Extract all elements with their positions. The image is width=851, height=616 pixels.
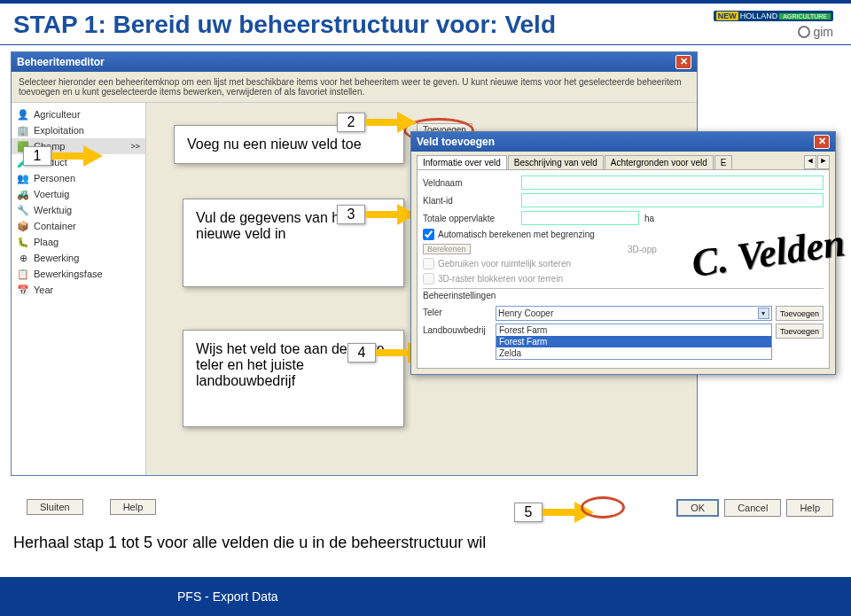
editor-desc: Selecteer hieronder een beheeritemknop o… bbox=[12, 72, 697, 103]
list-item[interactable]: Forest Farm bbox=[496, 324, 771, 336]
group-label: Beheerinstellingen bbox=[423, 288, 824, 300]
footer: PFS - Export Data bbox=[0, 577, 851, 616]
sidebar-item[interactable]: 👥Personen bbox=[12, 170, 145, 186]
block-label: 3D-raster blokkeren voor terrein bbox=[438, 274, 563, 284]
logos: NEW HOLLAND AGRICULTURE gim bbox=[714, 11, 833, 39]
sidebar-item[interactable]: 🐛Plaag bbox=[12, 234, 145, 250]
pest-icon: 🐛 bbox=[17, 236, 29, 248]
fieldname-label: Veldnaam bbox=[423, 178, 516, 188]
tab-next-icon[interactable]: ► bbox=[817, 155, 830, 169]
sidebar-item[interactable]: 👤Agriculteur bbox=[12, 106, 145, 122]
page-title: STAP 1: Bereid uw beheerstructuur voor: … bbox=[13, 11, 714, 39]
auto-checkbox[interactable] bbox=[423, 229, 434, 240]
sort-checkbox bbox=[423, 258, 434, 269]
highlight-circle bbox=[581, 496, 625, 519]
add-field-window: Veld toevoegen ✕ Informatie over veld Be… bbox=[410, 131, 836, 375]
farm-listbox[interactable]: Forest Farm Forest Farm Zelda bbox=[496, 324, 772, 360]
grower-add-button[interactable]: Toevoegen bbox=[776, 306, 824, 321]
sidebar-item[interactable]: 🚜Voertuig bbox=[12, 186, 145, 202]
calendar-icon: 📅 bbox=[17, 284, 29, 296]
sidebar-item[interactable]: 🔧Werktuig bbox=[12, 202, 145, 218]
calc-button: Berekenen bbox=[423, 244, 471, 254]
repeat-instruction: Herhaal stap 1 tot 5 voor alle velden di… bbox=[13, 534, 486, 552]
tab-e[interactable]: E bbox=[714, 155, 733, 169]
area-label: Totale oppervlakte bbox=[423, 214, 516, 223]
sidebar-item[interactable]: ⊕Bewerking bbox=[12, 250, 145, 266]
divider bbox=[0, 44, 851, 45]
chevron-icon: >> bbox=[130, 142, 140, 151]
container-icon: 📦 bbox=[17, 220, 29, 232]
grower-select[interactable]: Henry Cooper▾ bbox=[496, 306, 772, 321]
plus-icon: ⊕ bbox=[17, 252, 29, 264]
tab-desc[interactable]: Beschrijving van veld bbox=[508, 155, 604, 169]
form-area: Veldnaam Klant-id Totale oppervlakteha A… bbox=[417, 170, 830, 369]
sort-label: Gebruiken voor ruimtelijk sorteren bbox=[438, 259, 571, 269]
vehicle-icon: 🚜 bbox=[17, 188, 29, 200]
people-icon: 👥 bbox=[17, 172, 29, 184]
building-icon: 🏢 bbox=[17, 124, 29, 136]
step-arrow-3: 3 bbox=[337, 204, 417, 225]
close-icon[interactable]: ✕ bbox=[814, 135, 830, 149]
sidebar-item[interactable]: 🏢Exploitation bbox=[12, 122, 145, 138]
phase-icon: 📋 bbox=[17, 268, 29, 280]
cancel-button[interactable]: Cancel bbox=[724, 499, 781, 517]
tool-icon: 🔧 bbox=[17, 204, 29, 216]
list-item[interactable]: Forest Farm bbox=[496, 336, 771, 347]
add-window-title: Veld toevoegen bbox=[417, 136, 495, 148]
farm-label: Landbouwbedrij bbox=[423, 324, 492, 335]
fieldname-input[interactable] bbox=[521, 175, 824, 190]
chevron-down-icon: ▾ bbox=[758, 308, 769, 319]
auto-label: Automatisch berekenen met begrenzing bbox=[438, 230, 595, 239]
add-window-titlebar: Veld toevoegen ✕ bbox=[411, 132, 835, 152]
help-button[interactable]: Help bbox=[110, 499, 157, 515]
tab-nav: ◄ ► bbox=[804, 155, 830, 169]
ok-button[interactable]: OK bbox=[676, 499, 719, 517]
title-row: STAP 1: Bereid uw beheerstructuur voor: … bbox=[0, 4, 851, 43]
tab-bg[interactable]: Achtergronden voor veld bbox=[605, 155, 714, 169]
help-button[interactable]: Help bbox=[786, 499, 833, 517]
editor-titlebar: Beheeritemeditor ✕ bbox=[12, 52, 697, 72]
block-checkbox bbox=[423, 273, 434, 285]
step-arrow-2: 2 bbox=[337, 112, 417, 133]
clientid-input[interactable] bbox=[521, 193, 824, 207]
sidebar-item[interactable]: 📅Year bbox=[12, 282, 145, 298]
person-icon: 👤 bbox=[17, 108, 29, 121]
clientid-label: Klant-id bbox=[423, 196, 516, 206]
step-arrow-1: 1 bbox=[23, 145, 103, 167]
add-window-buttons: OK Cancel Help bbox=[676, 499, 833, 517]
d3-label: 3D-opp bbox=[628, 245, 657, 254]
close-icon[interactable]: ✕ bbox=[675, 55, 691, 69]
tabs: Informatie over veld Beschrijving van ve… bbox=[417, 155, 830, 170]
list-item[interactable]: Zelda bbox=[496, 347, 771, 359]
area-input[interactable] bbox=[521, 211, 639, 225]
sidebar-item[interactable]: 📦Container bbox=[12, 218, 145, 234]
tab-info[interactable]: Informatie over veld bbox=[417, 155, 507, 169]
grower-label: Teler bbox=[423, 306, 492, 317]
sluiten-button[interactable]: Sluiten bbox=[27, 499, 83, 515]
globe-icon bbox=[798, 26, 810, 38]
logo-newholland: NEW HOLLAND AGRICULTURE bbox=[714, 11, 833, 21]
sidebar-item[interactable]: 📋Bewerkingsfase bbox=[12, 266, 145, 282]
editor-title: Beheeritemeditor bbox=[17, 56, 105, 68]
logo-gim: gim bbox=[798, 25, 833, 39]
farm-add-button[interactable]: Toevoegen bbox=[776, 324, 824, 339]
tab-prev-icon[interactable]: ◄ bbox=[804, 155, 816, 169]
